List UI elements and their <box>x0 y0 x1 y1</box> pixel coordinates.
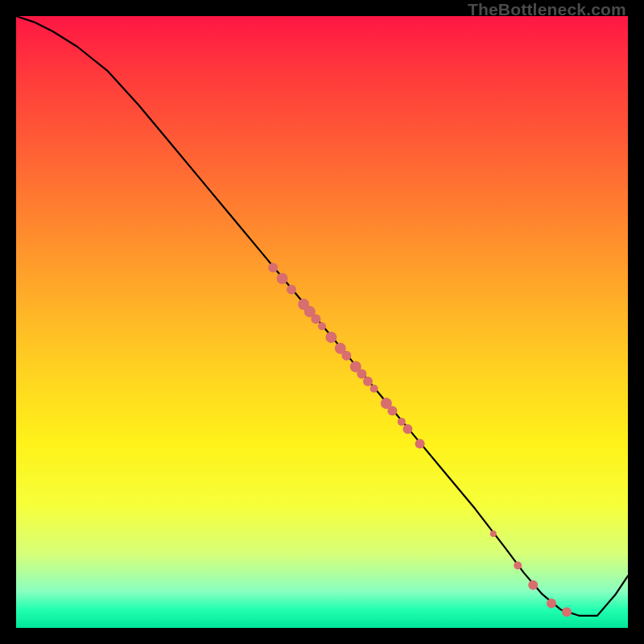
chart-frame: TheBottleneck.com <box>0 0 644 644</box>
sample-dot <box>311 314 320 324</box>
sample-dot <box>415 439 425 448</box>
sample-dot <box>341 351 351 361</box>
sample-dot <box>318 322 326 330</box>
sample-dot <box>562 607 572 617</box>
plot-area <box>16 16 628 628</box>
sample-dot <box>402 424 412 434</box>
sample-dot <box>547 599 556 609</box>
chart-overlay <box>16 16 628 628</box>
sample-dot <box>325 332 336 343</box>
sample-dot <box>363 377 373 386</box>
sample-dot <box>528 580 538 590</box>
sample-dot <box>514 562 522 570</box>
sample-dot <box>387 406 397 415</box>
sample-dot <box>287 285 296 295</box>
sample-dot <box>277 273 288 284</box>
sample-dot <box>398 418 406 426</box>
bottleneck-curve <box>16 16 628 616</box>
sample-dot <box>268 262 278 272</box>
sample-dot <box>370 385 378 393</box>
sample-dot <box>490 530 497 537</box>
sample-dots-group <box>268 262 572 617</box>
